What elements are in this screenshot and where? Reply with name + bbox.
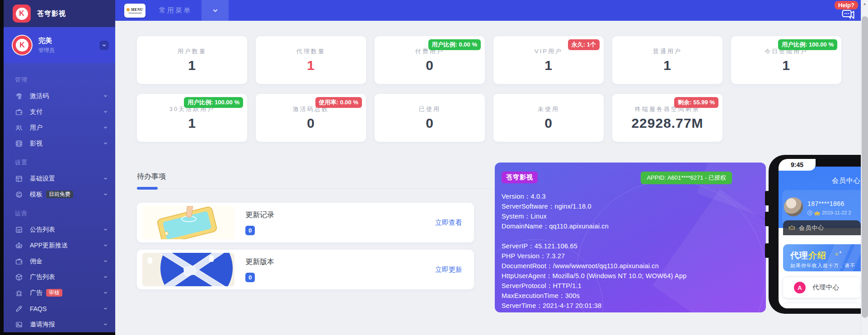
- brand-title: 苍穹影视: [37, 9, 66, 18]
- menu-button-subtext: [128, 13, 142, 14]
- stat-card: 用户比例: 0.00 %付费用户0: [375, 36, 485, 84]
- chevron-down-icon: [103, 141, 108, 146]
- stat-value: 1: [188, 116, 196, 131]
- panel-brand-badge: 苍穹影视: [502, 172, 538, 183]
- chevron-down-icon: [103, 192, 108, 197]
- sidebar-item-label: 广告: [30, 289, 42, 297]
- phone-agent-center-item[interactable]: A 代理中心: [783, 277, 861, 298]
- stat-card: 用户数量1: [137, 36, 247, 84]
- phone-membership-date: 2019-11-22 2: [822, 210, 851, 215]
- phone-user-avatar: [784, 197, 803, 216]
- sidebar-item-app-push[interactable]: APP更新推送: [4, 237, 115, 253]
- sidebar-item-label: 模板: [30, 191, 42, 199]
- tab-common-menu[interactable]: 常用菜单: [159, 6, 192, 15]
- sidebar-item-faqs[interactable]: FAQS: [4, 301, 115, 316]
- chevron-down-icon: [103, 275, 108, 279]
- server-info-line: PHP Version：7.3.27: [502, 251, 759, 261]
- stat-card: 普通用户1: [612, 36, 723, 84]
- sidebar-item-announcements[interactable]: 公告列表: [4, 222, 115, 237]
- stat-badge: 永久: 1个: [568, 39, 600, 50]
- todo-item-title: 更新版本: [245, 257, 435, 267]
- tab-chevron-down-icon[interactable]: [202, 0, 229, 21]
- nav-section-header: 管理: [4, 69, 115, 88]
- phone-screen: 9:45 会员中心 187****1866 2019-11-22 2 会: [779, 159, 861, 308]
- sidebar-nav: 管理激活码支付用户影视设置基础设置模板目前免费运营公告列表APP更新推送佣金广告…: [4, 63, 115, 332]
- server-info-line: HttpUserAgent：Mozilla/5.0 (Windows NT 10…: [502, 271, 759, 281]
- users-icon: [15, 124, 23, 132]
- phone-app-header: 会员中心 187****1866 2019-11-22 2: [779, 167, 861, 228]
- chevron-down-icon: [103, 306, 108, 311]
- sidebar-item-template[interactable]: 模板目前免费: [4, 186, 115, 202]
- stat-label: 代理数量: [296, 47, 325, 56]
- server-info-line: ServerSoftware：nginx/1.18.0: [502, 201, 759, 211]
- stat-badge: 使用率: 0.00 %: [315, 97, 362, 108]
- sidebar-item-label: 基础设置: [30, 175, 55, 183]
- chevron-down-icon: [103, 322, 108, 327]
- stat-card: 已使用0: [375, 94, 485, 142]
- chat-icon[interactable]: [842, 9, 854, 20]
- todo-item: 更新版本0立即更新: [137, 250, 474, 289]
- server-info-line: MaxExecutionTime：300s: [502, 291, 759, 301]
- phone-username: 187****1866: [807, 200, 845, 207]
- image-icon: [15, 321, 23, 329]
- todo-action-link[interactable]: 立即查看: [435, 219, 462, 227]
- stat-value: 0: [544, 116, 553, 131]
- stat-card: 用户比例: 100.00 %今日登陆用户1: [731, 36, 841, 84]
- film-icon: [15, 140, 23, 148]
- window-edge: [0, 0, 4, 335]
- sidebar-item-ad-review[interactable]: 广告审核: [4, 285, 115, 301]
- sidebar-item-ad-list[interactable]: 广告列表: [4, 269, 115, 285]
- chevron-down-icon: [103, 259, 108, 264]
- server-info-line: Version：4.0.3: [502, 191, 759, 201]
- sidebar-item-users[interactable]: 用户: [4, 120, 115, 135]
- chevron-down-icon: [103, 176, 108, 181]
- banner-title-part2: 介绍: [808, 251, 826, 260]
- stat-card: 使用率: 0.00 %激活码总数0: [256, 94, 366, 142]
- scrollbar-up-arrow-icon[interactable]: ▲: [861, 0, 868, 8]
- user-name: 完美: [38, 37, 55, 45]
- agent-center-label: 代理中心: [812, 284, 840, 292]
- brand-logo-letter: K: [16, 8, 28, 20]
- server-info-line: ServerProtocol：HTTP/1.1: [502, 281, 759, 291]
- server-info-lines: Version：4.0.3ServerSoftware：nginx/1.18.0…: [495, 184, 766, 311]
- sidebar-item-label: 用户: [30, 124, 42, 132]
- agent-center-icon: A: [794, 282, 806, 293]
- stat-label: 普通用户: [653, 47, 682, 56]
- sidebar-item-media[interactable]: 影视: [4, 135, 115, 151]
- sidebar-item-label: 公告列表: [30, 226, 55, 234]
- fingerprint-icon: [15, 92, 23, 100]
- sidebar-logo-block: K 苍穹影视: [4, 0, 115, 27]
- sidebar-item-basic-settings[interactable]: 基础设置: [4, 171, 115, 186]
- todo-action-link[interactable]: 立即更新: [435, 265, 462, 274]
- chevron-down-icon: [103, 109, 108, 114]
- server-info-line: ServerTime：2021-4-17 20:01:38: [502, 301, 759, 311]
- phone-mockup: 9:45 会员中心 187****1866 2019-11-22 2 会: [769, 155, 861, 314]
- sidebar-item-activation-code[interactable]: 激活码: [4, 88, 115, 104]
- phone-side-button: [765, 243, 769, 258]
- avatar: K: [12, 35, 33, 56]
- page-scrollbar[interactable]: ▲: [861, 0, 868, 335]
- scrollbar-thumb[interactable]: [862, 16, 868, 318]
- server-info-panel: 苍穹影视 APPID: A601****6271 - 已授权 Version：4…: [495, 163, 766, 312]
- menu-button[interactable]: MENU: [124, 4, 145, 18]
- help-badge[interactable]: Help?: [835, 1, 858, 9]
- stat-value: 1: [188, 58, 196, 73]
- sidebar-item-label: 激活码: [30, 92, 49, 100]
- sidebar-user-block[interactable]: K 完美 管理员: [4, 27, 115, 63]
- sidebar-item-payment[interactable]: 支付: [4, 104, 115, 120]
- compass-icon: [15, 191, 23, 199]
- space-station-illustration: [142, 253, 235, 286]
- server-info-line: DomainName：qq110.apixunaiai.cn: [502, 221, 759, 231]
- robot-icon: [15, 242, 23, 250]
- user-menu-chevron-down-icon[interactable]: [99, 41, 109, 50]
- chevron-down-icon: [103, 93, 108, 98]
- sidebar-item-invite-poster[interactable]: 邀请海报: [4, 316, 115, 332]
- todo-count-badge: 0: [245, 273, 255, 282]
- phone-member-center-bar[interactable]: 会员中心: [783, 220, 861, 235]
- server-info-gap: [502, 231, 759, 241]
- sidebar-item-label: 邀请海报: [30, 321, 55, 329]
- phone-agent-banner[interactable]: 代理介绍+ 如果你年收入超十万，请不: [783, 244, 861, 271]
- sidebar-item-commission[interactable]: 佣金: [4, 253, 115, 269]
- todo-item: 更新记录0立即查看: [137, 203, 474, 242]
- stat-label: 用户数量: [178, 47, 206, 56]
